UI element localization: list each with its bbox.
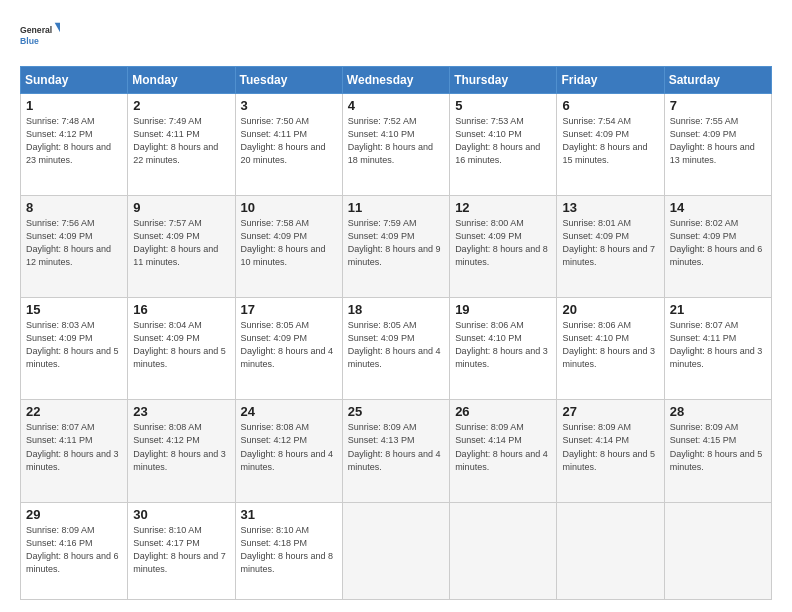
calendar-cell (664, 502, 771, 599)
page: General Blue SundayMondayTuesdayWednesda… (0, 0, 792, 612)
day-info: Sunrise: 7:54 AMSunset: 4:09 PMDaylight:… (562, 115, 658, 167)
calendar-cell: 16Sunrise: 8:04 AMSunset: 4:09 PMDayligh… (128, 298, 235, 400)
calendar-cell: 13Sunrise: 8:01 AMSunset: 4:09 PMDayligh… (557, 196, 664, 298)
day-info: Sunrise: 8:01 AMSunset: 4:09 PMDaylight:… (562, 217, 658, 269)
day-info: Sunrise: 7:57 AMSunset: 4:09 PMDaylight:… (133, 217, 229, 269)
day-number: 24 (241, 404, 337, 419)
day-number: 16 (133, 302, 229, 317)
day-number: 2 (133, 98, 229, 113)
calendar-cell: 29Sunrise: 8:09 AMSunset: 4:16 PMDayligh… (21, 502, 128, 599)
day-number: 4 (348, 98, 444, 113)
calendar-cell: 21Sunrise: 8:07 AMSunset: 4:11 PMDayligh… (664, 298, 771, 400)
day-info: Sunrise: 8:10 AMSunset: 4:18 PMDaylight:… (241, 524, 337, 576)
weekday-header-sunday: Sunday (21, 67, 128, 94)
day-info: Sunrise: 7:58 AMSunset: 4:09 PMDaylight:… (241, 217, 337, 269)
calendar-cell: 19Sunrise: 8:06 AMSunset: 4:10 PMDayligh… (450, 298, 557, 400)
weekday-header-saturday: Saturday (664, 67, 771, 94)
day-info: Sunrise: 7:55 AMSunset: 4:09 PMDaylight:… (670, 115, 766, 167)
calendar-cell: 24Sunrise: 8:08 AMSunset: 4:12 PMDayligh… (235, 400, 342, 502)
day-info: Sunrise: 8:08 AMSunset: 4:12 PMDaylight:… (241, 421, 337, 473)
day-number: 19 (455, 302, 551, 317)
day-number: 9 (133, 200, 229, 215)
day-number: 21 (670, 302, 766, 317)
day-number: 15 (26, 302, 122, 317)
day-number: 29 (26, 507, 122, 522)
calendar-cell: 7Sunrise: 7:55 AMSunset: 4:09 PMDaylight… (664, 94, 771, 196)
day-info: Sunrise: 8:07 AMSunset: 4:11 PMDaylight:… (26, 421, 122, 473)
day-info: Sunrise: 8:03 AMSunset: 4:09 PMDaylight:… (26, 319, 122, 371)
day-number: 13 (562, 200, 658, 215)
logo-svg: General Blue (20, 16, 60, 56)
day-number: 10 (241, 200, 337, 215)
day-info: Sunrise: 7:53 AMSunset: 4:10 PMDaylight:… (455, 115, 551, 167)
day-info: Sunrise: 8:06 AMSunset: 4:10 PMDaylight:… (562, 319, 658, 371)
day-number: 17 (241, 302, 337, 317)
day-number: 18 (348, 302, 444, 317)
calendar-week-5: 29Sunrise: 8:09 AMSunset: 4:16 PMDayligh… (21, 502, 772, 599)
day-info: Sunrise: 8:10 AMSunset: 4:17 PMDaylight:… (133, 524, 229, 576)
calendar-cell: 20Sunrise: 8:06 AMSunset: 4:10 PMDayligh… (557, 298, 664, 400)
day-number: 3 (241, 98, 337, 113)
day-number: 31 (241, 507, 337, 522)
day-info: Sunrise: 8:06 AMSunset: 4:10 PMDaylight:… (455, 319, 551, 371)
day-info: Sunrise: 8:09 AMSunset: 4:13 PMDaylight:… (348, 421, 444, 473)
calendar-cell: 10Sunrise: 7:58 AMSunset: 4:09 PMDayligh… (235, 196, 342, 298)
calendar-cell: 15Sunrise: 8:03 AMSunset: 4:09 PMDayligh… (21, 298, 128, 400)
day-info: Sunrise: 8:02 AMSunset: 4:09 PMDaylight:… (670, 217, 766, 269)
calendar-cell: 1Sunrise: 7:48 AMSunset: 4:12 PMDaylight… (21, 94, 128, 196)
weekday-header-monday: Monday (128, 67, 235, 94)
day-info: Sunrise: 8:00 AMSunset: 4:09 PMDaylight:… (455, 217, 551, 269)
weekday-header-wednesday: Wednesday (342, 67, 449, 94)
calendar-cell: 4Sunrise: 7:52 AMSunset: 4:10 PMDaylight… (342, 94, 449, 196)
calendar-week-4: 22Sunrise: 8:07 AMSunset: 4:11 PMDayligh… (21, 400, 772, 502)
calendar-cell: 31Sunrise: 8:10 AMSunset: 4:18 PMDayligh… (235, 502, 342, 599)
header: General Blue (20, 16, 772, 56)
day-number: 25 (348, 404, 444, 419)
day-number: 12 (455, 200, 551, 215)
calendar-cell: 18Sunrise: 8:05 AMSunset: 4:09 PMDayligh… (342, 298, 449, 400)
day-info: Sunrise: 8:05 AMSunset: 4:09 PMDaylight:… (241, 319, 337, 371)
day-number: 8 (26, 200, 122, 215)
calendar-cell: 14Sunrise: 8:02 AMSunset: 4:09 PMDayligh… (664, 196, 771, 298)
weekday-header-row: SundayMondayTuesdayWednesdayThursdayFrid… (21, 67, 772, 94)
day-number: 14 (670, 200, 766, 215)
day-number: 30 (133, 507, 229, 522)
day-number: 27 (562, 404, 658, 419)
calendar-cell: 2Sunrise: 7:49 AMSunset: 4:11 PMDaylight… (128, 94, 235, 196)
logo: General Blue (20, 16, 60, 56)
calendar-cell (450, 502, 557, 599)
calendar-cell: 23Sunrise: 8:08 AMSunset: 4:12 PMDayligh… (128, 400, 235, 502)
calendar-week-1: 1Sunrise: 7:48 AMSunset: 4:12 PMDaylight… (21, 94, 772, 196)
day-number: 22 (26, 404, 122, 419)
weekday-header-friday: Friday (557, 67, 664, 94)
day-info: Sunrise: 8:05 AMSunset: 4:09 PMDaylight:… (348, 319, 444, 371)
calendar-cell: 25Sunrise: 8:09 AMSunset: 4:13 PMDayligh… (342, 400, 449, 502)
calendar-cell: 26Sunrise: 8:09 AMSunset: 4:14 PMDayligh… (450, 400, 557, 502)
day-info: Sunrise: 7:56 AMSunset: 4:09 PMDaylight:… (26, 217, 122, 269)
calendar-table: SundayMondayTuesdayWednesdayThursdayFrid… (20, 66, 772, 600)
day-number: 1 (26, 98, 122, 113)
calendar-cell: 28Sunrise: 8:09 AMSunset: 4:15 PMDayligh… (664, 400, 771, 502)
svg-marker-2 (55, 23, 60, 35)
day-info: Sunrise: 8:09 AMSunset: 4:15 PMDaylight:… (670, 421, 766, 473)
day-info: Sunrise: 7:52 AMSunset: 4:10 PMDaylight:… (348, 115, 444, 167)
day-info: Sunrise: 8:09 AMSunset: 4:14 PMDaylight:… (455, 421, 551, 473)
day-info: Sunrise: 8:04 AMSunset: 4:09 PMDaylight:… (133, 319, 229, 371)
svg-text:Blue: Blue (20, 36, 39, 46)
calendar-cell (342, 502, 449, 599)
day-number: 20 (562, 302, 658, 317)
day-number: 28 (670, 404, 766, 419)
weekday-header-tuesday: Tuesday (235, 67, 342, 94)
calendar-cell (557, 502, 664, 599)
day-info: Sunrise: 7:59 AMSunset: 4:09 PMDaylight:… (348, 217, 444, 269)
day-number: 5 (455, 98, 551, 113)
calendar-cell: 9Sunrise: 7:57 AMSunset: 4:09 PMDaylight… (128, 196, 235, 298)
calendar-week-3: 15Sunrise: 8:03 AMSunset: 4:09 PMDayligh… (21, 298, 772, 400)
day-info: Sunrise: 8:08 AMSunset: 4:12 PMDaylight:… (133, 421, 229, 473)
calendar-cell: 5Sunrise: 7:53 AMSunset: 4:10 PMDaylight… (450, 94, 557, 196)
day-info: Sunrise: 7:49 AMSunset: 4:11 PMDaylight:… (133, 115, 229, 167)
day-number: 11 (348, 200, 444, 215)
calendar-cell: 27Sunrise: 8:09 AMSunset: 4:14 PMDayligh… (557, 400, 664, 502)
day-info: Sunrise: 7:50 AMSunset: 4:11 PMDaylight:… (241, 115, 337, 167)
day-number: 23 (133, 404, 229, 419)
